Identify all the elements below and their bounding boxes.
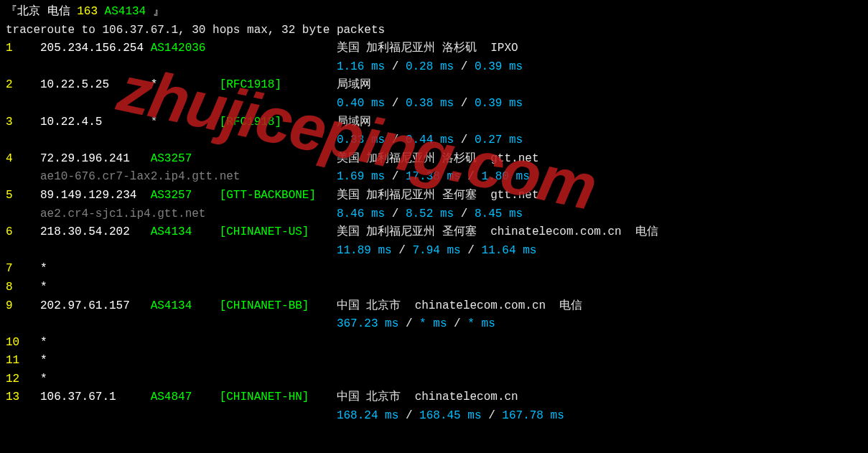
hop-network-tag: [RFC1918] <box>220 76 337 95</box>
hop-number: 13 <box>6 388 40 407</box>
hop-rtt-value: 1.80 ms <box>482 170 530 183</box>
rtt-separator: / <box>454 97 475 110</box>
header-location: 北京 电信 <box>17 5 77 18</box>
hop-network-tag: [CHINANET-BB] <box>220 297 337 316</box>
header-bracket-left: 『 <box>6 5 17 18</box>
hop-asn: * <box>151 76 220 95</box>
hop-rtt-row: 367.23 ms / * ms / * ms <box>6 315 862 334</box>
hop-number: 2 <box>6 76 40 95</box>
hop-asn: AS3257 <box>151 187 220 205</box>
hop-rtt-value: 1.69 ms <box>337 170 385 183</box>
hop-row: 1205.234.156.254AS142036美国 加利福尼亚州 洛杉矶 IP… <box>6 39 862 58</box>
hop-ip: 89.149.129.234 <box>40 187 151 205</box>
rtt-separator: / <box>385 134 406 146</box>
hop-number: 4 <box>6 150 40 169</box>
rtt-separator: / <box>385 97 406 110</box>
hop-rtt-value: 11.64 ms <box>482 244 537 257</box>
hop-reverse-dns: ae10-676.cr7-lax2.ip4.gtt.net <box>40 170 240 183</box>
hop-network-tag: [CHINANET-US] <box>220 223 337 242</box>
hop-asn: AS4134 <box>151 297 220 316</box>
hop-rtt-value: 168.24 ms <box>337 409 398 422</box>
hop-rtt-row: 11.89 ms / 7.94 ms / 11.64 ms <box>6 242 862 261</box>
hop-number: 1 <box>6 39 40 58</box>
hop-rtt-value: 0.33 ms <box>337 134 385 146</box>
hop-rtt-value: 8.52 ms <box>406 207 454 220</box>
rtt-separator: / <box>398 317 419 330</box>
hop-location: 局域网 <box>337 113 371 132</box>
hop-rtt-row: 168.24 ms / 168.45 ms / 167.78 ms <box>6 407 862 426</box>
hop-asn: AS4134 <box>151 223 220 242</box>
hop-rtt-value: 0.39 ms <box>475 97 523 110</box>
hop-row-timeout: 11* <box>6 352 862 370</box>
hop-network-tag: [CHINANET-HN] <box>220 388 337 407</box>
hop-timeout-star: * <box>40 354 47 367</box>
hop-ip: 218.30.54.202 <box>40 223 151 242</box>
hop-number: 9 <box>6 297 40 316</box>
hop-row-timeout: 7* <box>6 260 862 279</box>
hop-location: 美国 加利福尼亚州 洛杉矶 IPXO <box>337 39 518 58</box>
header-bracket-right: 』 <box>146 5 164 18</box>
hop-timeout-star: * <box>40 281 47 294</box>
hop-location: 局域网 <box>337 76 371 95</box>
hop-rtt-value: 0.28 ms <box>406 60 454 73</box>
rtt-separator: / <box>454 134 475 146</box>
hop-row-timeout: 12* <box>6 370 862 389</box>
hop-number: 10 <box>6 334 40 352</box>
hop-number: 8 <box>6 279 40 297</box>
hop-location: 美国 加利福尼亚州 洛杉矶 gtt.net <box>337 150 539 169</box>
rtt-separator: / <box>454 60 475 73</box>
hop-rtt-row: 1.16 ms / 0.28 ms / 0.39 ms <box>6 58 862 77</box>
header-asn-full: AS4134 <box>105 5 146 18</box>
rtt-separator: / <box>461 170 482 183</box>
rtt-separator: / <box>392 244 413 257</box>
hop-rtt-value: 167.78 ms <box>502 409 564 422</box>
header-asn-short: 163 <box>77 5 104 18</box>
rtt-separator: / <box>385 170 406 183</box>
rtt-separator: / <box>482 409 503 422</box>
hop-rtt-row: 0.40 ms / 0.38 ms / 0.39 ms <box>6 95 862 113</box>
hop-reverse-dns: ae2.cr4-sjc1.ip4.gtt.net <box>40 207 205 220</box>
hop-rtt-value: 0.39 ms <box>475 60 523 73</box>
hop-row: 13106.37.67.1AS4847[CHINANET-HN]中国 北京市 c… <box>6 388 862 407</box>
hop-row-timeout: 10* <box>6 334 862 352</box>
hop-row: 310.22.4.5*[RFC1918]局域网 <box>6 113 862 132</box>
hop-number: 12 <box>6 370 40 389</box>
hop-number: 6 <box>6 223 40 242</box>
traceroute-command: traceroute to 106.37.67.1, 30 hops max, … <box>6 22 862 40</box>
hop-rtt-row: ae2.cr4-sjc1.ip4.gtt.net8.46 ms / 8.52 m… <box>6 205 862 224</box>
hop-rtt-value: 17.38 ms <box>406 170 461 183</box>
hop-timeout-star: * <box>40 336 47 349</box>
hop-row: 472.29.196.241AS3257美国 加利福尼亚州 洛杉矶 gtt.ne… <box>6 150 862 169</box>
hop-row: 6218.30.54.202AS4134[CHINANET-US]美国 加利福尼… <box>6 223 862 242</box>
hop-ip: 202.97.61.157 <box>40 297 151 316</box>
hop-number: 5 <box>6 187 40 205</box>
hop-rtt-value: 168.45 ms <box>419 409 481 422</box>
hop-asn: * <box>151 113 220 132</box>
hop-rtt-value: * ms <box>419 317 447 330</box>
hop-number: 3 <box>6 113 40 132</box>
hop-ip: 72.29.196.241 <box>40 150 151 169</box>
hop-network-tag: [RFC1918] <box>220 113 337 132</box>
hop-timeout-star: * <box>40 373 47 386</box>
hop-rtt-value: 0.38 ms <box>406 97 454 110</box>
hop-rtt-value: 0.44 ms <box>406 134 454 146</box>
hop-row-timeout: 8* <box>6 279 862 297</box>
hop-row: 9202.97.61.157AS4134[CHINANET-BB]中国 北京市 … <box>6 297 862 316</box>
hop-rtt-value: 8.46 ms <box>337 207 385 220</box>
hop-rtt-value: 7.94 ms <box>413 244 461 257</box>
hop-location: 中国 北京市 chinatelecom.com.cn 电信 <box>337 297 582 316</box>
hop-rtt-row: 0.33 ms / 0.44 ms / 0.27 ms <box>6 131 862 150</box>
hop-ip: 10.22.5.25 <box>40 76 151 95</box>
hop-timeout-star: * <box>40 262 47 275</box>
hop-ip: 205.234.156.254 <box>40 39 151 58</box>
hop-rtt-value: 1.16 ms <box>337 60 385 73</box>
hop-ip: 106.37.67.1 <box>40 388 151 407</box>
hop-rtt-value: * ms <box>467 317 495 330</box>
hop-row: 210.22.5.25*[RFC1918]局域网 <box>6 76 862 95</box>
hop-location: 中国 北京市 chinatelecom.cn <box>337 388 518 407</box>
hop-location: 美国 加利福尼亚州 圣何塞 gtt.net <box>337 187 539 205</box>
hop-asn: AS4847 <box>151 388 220 407</box>
hop-rtt-value: 8.45 ms <box>475 207 523 220</box>
hop-number: 7 <box>6 260 40 279</box>
hop-asn: AS142036 <box>151 39 220 58</box>
